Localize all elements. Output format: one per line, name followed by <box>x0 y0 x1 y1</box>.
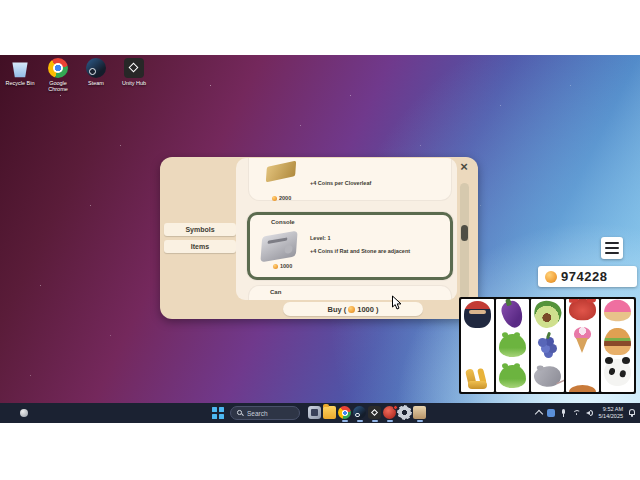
taskbar: Search 9:52 AM 5/14/2025 <box>0 403 640 423</box>
desktop-icon-label: Google Chrome <box>43 80 73 92</box>
coin-icon <box>272 196 277 201</box>
buy-label: Buy ( <box>328 305 347 314</box>
start-button[interactable] <box>212 407 224 419</box>
settings-taskbar-icon[interactable] <box>398 406 411 419</box>
item-image <box>260 231 297 263</box>
item-price: 1000 <box>273 263 292 269</box>
running-indicator <box>357 420 363 422</box>
item-title: Console <box>271 219 295 225</box>
tray-chevron-icon[interactable] <box>534 410 542 418</box>
search-icon <box>237 410 243 416</box>
desktop-icon-label: Recycle Bin <box>5 80 35 86</box>
running-indicator <box>417 420 423 422</box>
coin-icon <box>348 306 355 313</box>
item-price: 2000 <box>272 195 291 201</box>
unity-hub-icon <box>124 58 144 78</box>
chrome-taskbar-icon[interactable] <box>338 406 351 419</box>
coin-icon <box>273 264 278 269</box>
clock-date: 5/14/2025 <box>599 413 623 420</box>
tab-items[interactable]: Items <box>164 240 236 253</box>
desktop-wallpaper: Recycle BinGoogle ChromeSteamUnity Hub ×… <box>0 55 640 423</box>
coin-counter: 974228 <box>538 266 637 287</box>
wallpaper-stars <box>0 55 1 56</box>
microphone-icon[interactable] <box>560 409 568 417</box>
frog-symbol <box>499 334 526 357</box>
item-effect: +4 Coins if Rat and Stone are adjacent <box>310 248 410 254</box>
frog-symbol <box>499 365 526 388</box>
screen: Recycle BinGoogle ChromeSteamUnity Hub ×… <box>0 0 640 480</box>
shop-panel: × Symbols Items +4 Coins per Cloverleaf … <box>160 157 478 319</box>
ice-symbol <box>569 327 596 354</box>
desktop-icon-label: Steam <box>81 80 111 86</box>
steam-icon <box>86 58 106 78</box>
crab-symbol <box>569 299 596 320</box>
red-app-taskbar-icon[interactable] <box>383 406 396 419</box>
avocado-symbol <box>531 299 563 331</box>
macaron-symbol <box>604 300 631 322</box>
clock-time: 9:52 AM <box>599 406 623 413</box>
reel-column <box>531 299 564 392</box>
rat-symbol <box>533 365 563 387</box>
desktop-icon-recycle-bin[interactable]: Recycle Bin <box>5 58 35 92</box>
item-title: Can <box>270 289 281 295</box>
close-icon[interactable]: × <box>457 160 471 174</box>
coin-icon <box>545 271 557 283</box>
desktop-icons: Recycle BinGoogle ChromeSteamUnity Hub <box>5 58 149 92</box>
taskbar-clock[interactable]: 9:52 AM 5/14/2025 <box>599 406 623 420</box>
notifications-bell-icon[interactable] <box>628 409 636 417</box>
eggplant-symbol <box>499 299 526 330</box>
reel-column <box>566 299 599 392</box>
file-explorer-taskbar-icon[interactable] <box>323 406 336 419</box>
golden-coral-symbol <box>464 363 491 390</box>
search-label: Search <box>247 410 268 417</box>
partial-symbol <box>569 385 596 392</box>
game-taskbar-icon[interactable] <box>413 406 426 419</box>
system-tray: 9:52 AM 5/14/2025 <box>536 403 636 423</box>
widgets-icon[interactable] <box>20 409 28 417</box>
tab-symbols[interactable]: Symbols <box>164 223 236 236</box>
running-indicator <box>387 420 393 422</box>
tray-app-icon[interactable] <box>547 409 555 417</box>
desktop-icon-unity-hub[interactable]: Unity Hub <box>119 58 149 92</box>
symbol-reels <box>459 297 636 394</box>
shop-item-list[interactable]: +4 Coins per Cloverleaf 2000 Console Lev… <box>236 158 457 300</box>
unity-taskbar-icon[interactable] <box>368 406 381 419</box>
reel-column <box>461 299 494 392</box>
panda-symbol <box>604 359 631 386</box>
burger-symbol <box>604 328 631 355</box>
running-indicator <box>342 420 348 422</box>
ninja-symbol <box>464 301 491 328</box>
running-indicator <box>372 420 378 422</box>
steam-taskbar-icon[interactable] <box>353 406 366 419</box>
scrollbar-thumb[interactable] <box>461 225 468 241</box>
wifi-icon[interactable] <box>573 409 581 417</box>
shop-card-cloverleaf[interactable]: +4 Coins per Cloverleaf 2000 <box>249 158 451 200</box>
buy-suffix: ) <box>376 305 379 314</box>
reel-column <box>601 299 634 392</box>
item-image <box>266 161 296 183</box>
buy-amount: 1000 <box>357 305 374 314</box>
shop-card-can[interactable]: Can <box>249 286 451 300</box>
desktop-icon-label: Unity Hub <box>119 80 149 86</box>
volume-icon[interactable] <box>586 409 594 417</box>
item-effect: +4 Coins per Cloverleaf <box>310 180 371 186</box>
scrollbar-track[interactable] <box>460 183 469 299</box>
reel-column <box>496 299 529 392</box>
chrome-icon <box>48 58 68 78</box>
grapes-symbol <box>534 332 561 359</box>
shop-card-console-selected[interactable]: Console Level: 1 +4 Coins if Rat and Sto… <box>247 212 453 280</box>
search-input[interactable]: Search <box>230 406 300 420</box>
coin-value: 974228 <box>561 269 607 284</box>
task-view-taskbar-icon[interactable] <box>308 406 321 419</box>
item-level: Level: 1 <box>310 235 330 241</box>
desktop-icon-steam[interactable]: Steam <box>81 58 111 92</box>
hamburger-menu-icon[interactable] <box>601 237 623 259</box>
recycle-bin-icon <box>10 58 30 78</box>
mouse-cursor <box>391 295 403 315</box>
desktop-icon-chrome[interactable]: Google Chrome <box>43 58 73 92</box>
